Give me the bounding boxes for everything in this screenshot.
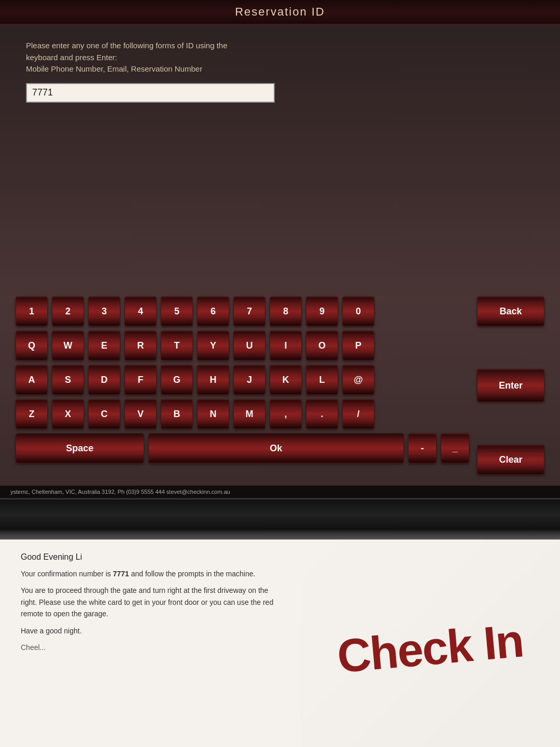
keyboard-side: Back Enter Clear — [477, 296, 544, 475]
title-bar: Reservation ID — [0, 0, 560, 24]
key-k[interactable]: K — [270, 365, 302, 395]
key-g[interactable]: G — [161, 365, 193, 395]
key-0[interactable]: 0 — [342, 296, 374, 326]
zxcv-row: Z X C V B N M , . / — [16, 399, 469, 429]
key-q[interactable]: Q — [16, 330, 48, 361]
key-v[interactable]: V — [124, 399, 157, 429]
key-t[interactable]: T — [161, 330, 193, 361]
key-b[interactable]: B — [161, 399, 193, 429]
key-hyphen[interactable]: - — [408, 433, 437, 463]
key-u[interactable]: U — [233, 330, 265, 361]
key-period[interactable]: . — [306, 399, 338, 429]
key-9[interactable]: 9 — [306, 296, 338, 326]
key-i[interactable]: I — [270, 330, 302, 361]
paper-body-directions: You are to proceed through the gate and … — [21, 585, 285, 619]
key-1[interactable]: 1 — [16, 296, 48, 326]
instruction-line1: Please enter any one of the following fo… — [26, 41, 228, 50]
key-o[interactable]: O — [306, 330, 338, 361]
key-l[interactable]: L — [306, 365, 338, 395]
footer-text: ystemc, Cheltenham, VIC, Australia 3192,… — [10, 489, 230, 495]
key-r[interactable]: R — [124, 330, 157, 361]
space-key[interactable]: Space — [16, 433, 144, 463]
ok-key[interactable]: Ok — [148, 433, 404, 463]
paper-body-confirmation: Your confirmation number is 7771 and fol… — [21, 568, 285, 579]
key-n[interactable]: N — [197, 399, 229, 429]
qwerty-row: Q W E R T Y U I O P — [16, 330, 469, 361]
key-j[interactable]: J — [233, 365, 265, 395]
asdf-row: A S D F G H J K L @ — [16, 365, 469, 395]
key-3[interactable]: 3 — [88, 296, 120, 326]
paper-greeting: Good Evening Li — [21, 552, 285, 562]
key-y[interactable]: Y — [197, 330, 229, 361]
key-a[interactable]: A — [16, 365, 48, 395]
key-5[interactable]: 5 — [161, 296, 193, 326]
paper-area: Good Evening Li Your confirmation number… — [0, 540, 560, 747]
paper-right: Check In — [301, 540, 560, 747]
keyboard-area: 1 2 3 4 5 6 7 8 9 0 Q W E R T Y U I — [0, 291, 560, 485]
key-6[interactable]: 6 — [197, 296, 229, 326]
number-row: 1 2 3 4 5 6 7 8 9 0 — [16, 296, 469, 326]
key-at[interactable]: @ — [342, 365, 374, 395]
key-2[interactable]: 2 — [52, 296, 84, 326]
footer-bar: ystemc, Cheltenham, VIC, Australia 3192,… — [0, 485, 560, 498]
key-f[interactable]: F — [124, 365, 157, 395]
key-m[interactable]: M — [233, 399, 265, 429]
enter-key[interactable]: Enter — [477, 369, 544, 402]
paper-left: Good Evening Li Your confirmation number… — [0, 540, 301, 747]
paper-body-more: Cheel... — [21, 642, 285, 653]
key-e[interactable]: E — [88, 330, 120, 361]
key-x[interactable]: X — [52, 399, 84, 429]
key-8[interactable]: 8 — [270, 296, 302, 326]
key-w[interactable]: W — [52, 330, 84, 361]
instruction-line2: keyboard and press Enter: — [26, 53, 117, 62]
paper-body-closing: Have a good night. — [21, 625, 285, 637]
keyboard-main: 1 2 3 4 5 6 7 8 9 0 Q W E R T Y U I — [16, 296, 469, 463]
reservation-input[interactable] — [26, 83, 275, 103]
checkin-label: Check In — [335, 617, 525, 680]
lower-bezel — [0, 498, 560, 529]
content-area: Please enter any one of the following fo… — [0, 24, 560, 291]
key-underscore[interactable]: _ — [441, 433, 469, 463]
instruction-line3: Mobile Phone Number, Email, Reservation … — [26, 64, 202, 73]
clear-key[interactable]: Clear — [477, 445, 544, 475]
key-s[interactable]: S — [52, 365, 84, 395]
bottom-row: Space Ok - _ — [16, 433, 469, 463]
page-title: Reservation ID — [235, 5, 325, 18]
back-key[interactable]: Back — [477, 296, 544, 326]
key-z[interactable]: Z — [16, 399, 48, 429]
instruction-text: Please enter any one of the following fo… — [26, 40, 534, 75]
key-slash[interactable]: / — [342, 399, 374, 429]
kiosk-screen: Reservation ID Please enter any one of t… — [0, 0, 560, 498]
key-d[interactable]: D — [88, 365, 120, 395]
key-p[interactable]: P — [342, 330, 374, 361]
key-c[interactable]: C — [88, 399, 120, 429]
key-4[interactable]: 4 — [124, 296, 157, 326]
key-h[interactable]: H — [197, 365, 229, 395]
key-comma[interactable]: , — [270, 399, 302, 429]
key-7[interactable]: 7 — [233, 296, 265, 326]
dark-separator — [0, 529, 560, 540]
